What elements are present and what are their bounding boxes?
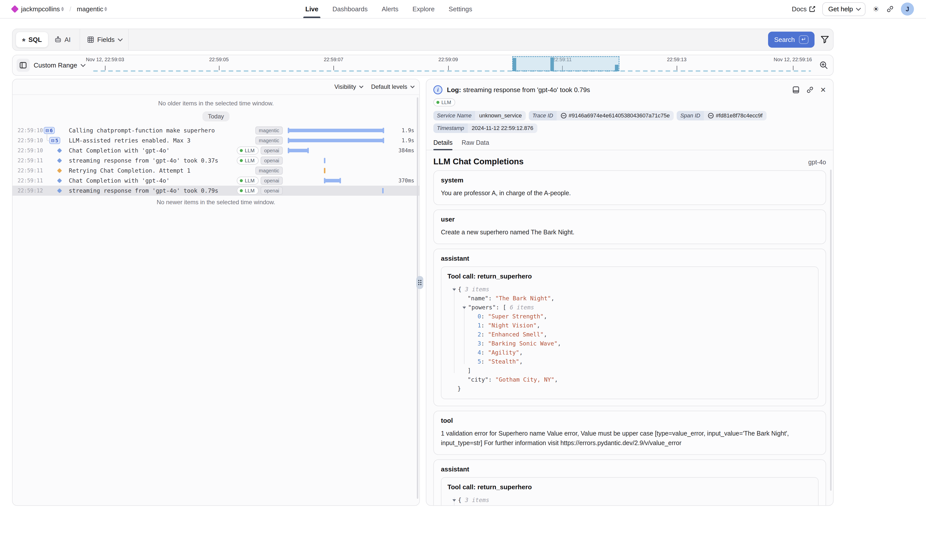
- link-icon: [886, 5, 894, 13]
- log-scrollbar[interactable]: [417, 97, 418, 499]
- collapse-icon: ⊟: [51, 138, 54, 143]
- project-switcher[interactable]: magentic: [77, 5, 107, 13]
- log-tree-cell: ⊟5: [44, 137, 69, 144]
- json-token-key: "powers": [468, 304, 496, 311]
- log-message: Calling chatprompt-function make_superhe…: [69, 127, 255, 134]
- tab-settings[interactable]: Settings: [449, 0, 472, 18]
- json-token-punc: ,: [519, 358, 523, 365]
- tab-dashboards[interactable]: Dashboards: [333, 0, 368, 18]
- json-token-meta: 3 items: [465, 286, 489, 293]
- timeline-tick-label: 22:59:05: [209, 57, 229, 62]
- span-diamond-icon: [57, 148, 62, 153]
- theme-toggle-button[interactable]: ☀: [873, 5, 879, 14]
- log-row[interactable]: 22:59:10⊟6Calling chatprompt-function ma…: [12, 125, 419, 136]
- panel-resize-handle[interactable]: [416, 276, 423, 289]
- ai-mode-button[interactable]: AI: [48, 32, 77, 48]
- org-switcher[interactable]: jackmpcollins: [21, 5, 64, 13]
- timeline-tick-mark: [105, 66, 106, 70]
- filter-button[interactable]: [820, 35, 829, 44]
- search-button[interactable]: Search ↵: [768, 32, 814, 48]
- tab-alerts[interactable]: Alerts: [382, 0, 398, 18]
- get-help-button[interactable]: Get help: [822, 2, 865, 16]
- json-token-punc: :: [481, 322, 488, 329]
- json-line: "name": "THE BARK NIGHT",: [448, 504, 812, 506]
- project-name: magentic: [77, 5, 103, 13]
- log-row[interactable]: 22:59:11Chat Completion with 'gpt-4o'LLM…: [12, 176, 419, 186]
- log-timestamp: 22:59:11: [18, 168, 44, 174]
- copy-link-button[interactable]: [806, 86, 814, 94]
- tab-raw-data[interactable]: Raw Data: [461, 139, 489, 150]
- log-tags: LLMopenai: [237, 187, 283, 195]
- span-duration-bar: [324, 168, 325, 174]
- collapse-caret-icon[interactable]: [452, 288, 456, 291]
- log-timestamp: 22:59:10: [18, 127, 44, 133]
- collapse-caret-icon[interactable]: [452, 499, 456, 501]
- avatar[interactable]: J: [901, 3, 914, 15]
- span-diamond-icon: [57, 168, 62, 173]
- json-line: 0: "Super Strength",: [448, 312, 812, 321]
- tab-explore[interactable]: Explore: [413, 0, 435, 18]
- span-bar-track: [288, 157, 388, 164]
- log-tags: magentic: [255, 127, 283, 134]
- json-token-punc: }: [457, 385, 461, 392]
- log-tree-cell: [44, 189, 69, 192]
- json-token-punc: ,: [543, 313, 547, 320]
- llm-tag: LLM: [237, 177, 259, 185]
- json-token-punc: :: [481, 331, 488, 338]
- zoom-in-button[interactable]: [820, 61, 828, 69]
- no-older-items-text: No older items in the selected time wind…: [12, 100, 419, 107]
- green-dot-icon: [240, 189, 243, 192]
- toggle-sidebar-button[interactable]: [17, 59, 30, 72]
- dock-panel-button[interactable]: [792, 86, 800, 94]
- log-row[interactable]: 22:59:10Chat Completion with 'gpt-4o'LLM…: [12, 145, 419, 155]
- duration-label: 384ms: [388, 148, 414, 154]
- tab-live[interactable]: Live: [305, 0, 318, 18]
- trace-id-pill[interactable]: Trace ID #9146a6974e4e6140538043607a71c7…: [529, 111, 674, 121]
- json-token-str: "Stealth": [488, 358, 519, 365]
- log-rows: 22:59:10⊟6Calling chatprompt-function ma…: [12, 125, 419, 196]
- query-input[interactable]: [129, 29, 768, 50]
- chevron-down-icon: [856, 6, 861, 11]
- timeline-selection[interactable]: [512, 56, 619, 71]
- llm-tag: LLM: [237, 187, 259, 195]
- collapse-caret-icon[interactable]: [463, 306, 466, 309]
- json-token-punc: {: [458, 497, 465, 503]
- message-role: tool: [441, 417, 819, 424]
- share-link-button[interactable]: [886, 5, 894, 13]
- log-row[interactable]: 22:59:12streaming response from 'gpt-4o'…: [12, 186, 419, 196]
- histogram-bar: [615, 65, 619, 71]
- collapse-count-badge[interactable]: ⊟5: [49, 137, 60, 144]
- log-timestamp: 22:59:12: [18, 188, 44, 194]
- message-card-system: systemYou are professor A, in charge of …: [433, 171, 826, 205]
- span-bar-track: [288, 127, 388, 134]
- detail-scrollbar[interactable]: [830, 170, 832, 491]
- span-bar-track: [288, 167, 388, 174]
- visibility-dropdown[interactable]: Visibility: [334, 83, 362, 90]
- service-tag: openai: [261, 187, 283, 195]
- timeline-histogram[interactable]: Nov 12, 22:59:0322:59:0522:59:0722:59:09…: [93, 55, 828, 75]
- robot-icon: [54, 36, 62, 43]
- message-text: Create a new superhero named The Bark Ni…: [441, 227, 819, 237]
- model-name: gpt-4o: [808, 158, 826, 166]
- timeline-tick-label: Nov 12, 22:59:16: [773, 57, 812, 62]
- log-row[interactable]: 22:59:11Retrying Chat Completion. Attemp…: [12, 166, 419, 176]
- log-row[interactable]: 22:59:11streaming response from 'gpt-4o'…: [12, 155, 419, 166]
- green-dot-icon: [240, 159, 243, 162]
- json-token-punc: ,: [554, 376, 558, 383]
- docs-link[interactable]: Docs: [792, 5, 815, 13]
- span-diamond-icon: [57, 178, 62, 183]
- time-range-dropdown[interactable]: Custom Range: [34, 62, 84, 69]
- no-newer-items-text: No newer items in the selected time wind…: [12, 199, 419, 206]
- service-tag: magentic: [255, 127, 283, 134]
- span-id-pill[interactable]: Span ID #fd81e8f78c4ecc9f: [677, 111, 766, 121]
- log-row[interactable]: 22:59:10⊟5LLM-assisted retries enabled. …: [12, 136, 419, 145]
- close-button[interactable]: ✕: [820, 86, 826, 94]
- sql-mode-button[interactable]: * SQL: [15, 32, 48, 48]
- tab-details[interactable]: Details: [433, 139, 452, 150]
- levels-dropdown[interactable]: Default levels: [371, 83, 413, 90]
- service-tag: openai: [261, 177, 283, 185]
- span-diamond-icon: [57, 188, 62, 193]
- span-bar-track: [288, 177, 388, 184]
- fields-button[interactable]: Fields: [80, 29, 129, 51]
- service-name-pill: Service Name unknown_service: [433, 111, 526, 121]
